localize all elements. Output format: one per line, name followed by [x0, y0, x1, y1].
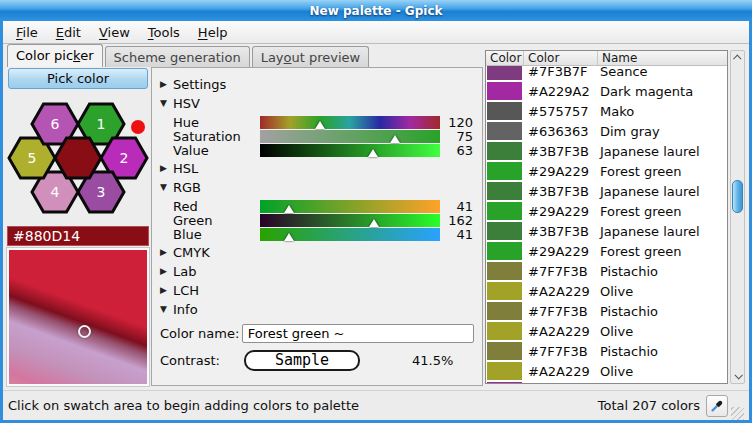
color-hex: #29A229: [524, 204, 598, 219]
palette-row[interactable]: #7F7F3BPistachio: [486, 341, 727, 361]
section-hsl[interactable]: ▶HSL: [160, 161, 474, 176]
swatch-hexagon-widget[interactable]: 123456: [7, 92, 149, 226]
scrollbar-thumb[interactable]: [732, 180, 743, 213]
column-header-color-1[interactable]: Color: [524, 51, 598, 65]
color-name: Japanese laurel: [598, 144, 727, 159]
section-rgb[interactable]: ▼RGB: [160, 180, 474, 195]
value-slider[interactable]: [260, 144, 440, 157]
color-name: Mako: [598, 104, 727, 119]
swatch-number: 6: [51, 116, 60, 132]
section-cmyk[interactable]: ▶CMYK: [160, 245, 474, 260]
green-slider[interactable]: [260, 214, 440, 227]
palette-row[interactable]: #7F7F3BPistachio: [486, 261, 727, 281]
color-name: Pistachio: [598, 264, 727, 279]
slider-value: 75: [440, 129, 474, 144]
color-swatch: [487, 322, 522, 340]
palette-row[interactable]: #7F3B7FSeance: [486, 66, 727, 81]
slider-marker[interactable]: [284, 205, 294, 213]
palette-row[interactable]: #7F7F3BPistachio: [486, 301, 727, 321]
hue-slider[interactable]: [260, 116, 440, 129]
scroll-up-button[interactable]: [731, 52, 744, 64]
column-header-name-2[interactable]: Name: [598, 51, 727, 65]
window-frame: FileEditViewToolsHelp Color pickerScheme…: [3, 21, 749, 420]
swatch-hexagon-center[interactable]: [55, 138, 101, 178]
color-name: Olive: [598, 324, 727, 339]
color-swatch: [487, 82, 522, 100]
palette-row[interactable]: #29A229Forest green: [486, 241, 727, 261]
color-name: Olive: [598, 284, 727, 299]
palette-row[interactable]: #3B7F3BJapanese laurel: [486, 141, 727, 161]
palette-row[interactable]: #575757Mako: [486, 101, 727, 121]
palette-column-headers[interactable]: ColorColorName: [486, 51, 727, 66]
swatch-number: 2: [120, 150, 129, 166]
tab-scheme-generation[interactable]: Scheme generation: [105, 46, 250, 67]
column-header-color-0[interactable]: Color: [486, 51, 524, 65]
palette-row[interactable]: #A2A229Olive: [486, 321, 727, 341]
saturation-slider[interactable]: [260, 130, 440, 143]
menu-edit[interactable]: Edit: [47, 22, 90, 43]
section-label: CMYK: [173, 245, 210, 260]
menu-file[interactable]: File: [7, 22, 47, 43]
palette-row[interactable]: #3B7F3BJapanese laurel: [486, 181, 727, 201]
expander-open-icon: ▼: [160, 180, 173, 195]
pick-color-button[interactable]: Pick color: [8, 68, 148, 89]
color-swatch-cell: [486, 342, 524, 360]
palette-row[interactable]: #29A229Forest green: [486, 201, 727, 221]
blue-slider[interactable]: [260, 228, 440, 241]
screen-zoom-preview[interactable]: [7, 248, 149, 386]
slider-row-value: Value63: [160, 143, 474, 157]
palette-row[interactable]: [486, 381, 727, 383]
palette-row[interactable]: #A2A229Olive: [486, 361, 727, 381]
color-name-input[interactable]: [242, 324, 474, 343]
contrast-sample-button[interactable]: Sample: [244, 350, 360, 371]
slider-marker[interactable]: [390, 135, 400, 143]
palette-body: #7F3B7FSeance#A229A2Dark magenta#575757M…: [486, 66, 727, 383]
resize-grip[interactable]: [731, 407, 744, 420]
section-hsv[interactable]: ▼HSV: [160, 96, 474, 111]
section-lab[interactable]: ▶Lab: [160, 264, 474, 279]
current-color-hex: #880D14: [7, 226, 149, 246]
palette-row[interactable]: #A229A2Dark magenta: [486, 81, 727, 101]
hexagon-swatches[interactable]: 123456: [7, 92, 149, 226]
title-bar[interactable]: New palette - Gpick: [0, 0, 752, 21]
slider-marker[interactable]: [315, 121, 325, 129]
color-hex: #3B7F3B: [524, 184, 598, 199]
slider-label: Blue: [160, 227, 260, 242]
slider-value: 162: [440, 213, 474, 228]
palette-row[interactable]: #3B7F3BJapanese laurel: [486, 221, 727, 241]
eyedropper-button[interactable]: [706, 395, 728, 417]
menu-help[interactable]: Help: [189, 22, 237, 43]
section-lch[interactable]: ▶LCH: [160, 283, 474, 298]
color-swatch-cell: [486, 102, 524, 120]
palette-row[interactable]: #29A229Forest green: [486, 161, 727, 181]
palette-row[interactable]: #636363Dim gray: [486, 121, 727, 141]
color-hex: #3B7F3B: [524, 224, 598, 239]
tab-layout-preview[interactable]: Layout preview: [252, 46, 370, 67]
color-hex: #A2A229: [524, 324, 598, 339]
menu-view[interactable]: View: [90, 22, 139, 43]
swatch-number: 3: [97, 184, 106, 200]
color-swatch: [487, 66, 522, 80]
color-swatch: [487, 142, 522, 160]
palette-row[interactable]: #A2A229Olive: [486, 281, 727, 301]
swatch-number: 5: [28, 150, 37, 166]
slider-marker[interactable]: [369, 219, 379, 227]
tab-color-picker[interactable]: Color picker: [7, 44, 103, 67]
color-name: Pistachio: [598, 344, 727, 359]
color-swatch: [487, 282, 522, 300]
color-name: Seance: [598, 66, 727, 79]
slider-row-saturation: Saturation75: [160, 129, 474, 143]
color-swatch-cell: [486, 262, 524, 280]
palette-scrollbar[interactable]: [730, 50, 745, 384]
red-slider[interactable]: [260, 200, 440, 213]
section-info[interactable]: ▼ Info: [160, 302, 474, 317]
menu-tools[interactable]: Tools: [139, 22, 189, 43]
slider-marker[interactable]: [284, 233, 294, 241]
section-settings[interactable]: ▶Settings: [160, 77, 474, 92]
color-swatch-cell: [486, 362, 524, 380]
scroll-down-button[interactable]: [731, 370, 744, 382]
slider-marker[interactable]: [368, 149, 378, 157]
color-swatch-cell: [486, 202, 524, 220]
slider-row-green: Green162: [160, 213, 474, 227]
color-swatch-cell: [486, 322, 524, 340]
